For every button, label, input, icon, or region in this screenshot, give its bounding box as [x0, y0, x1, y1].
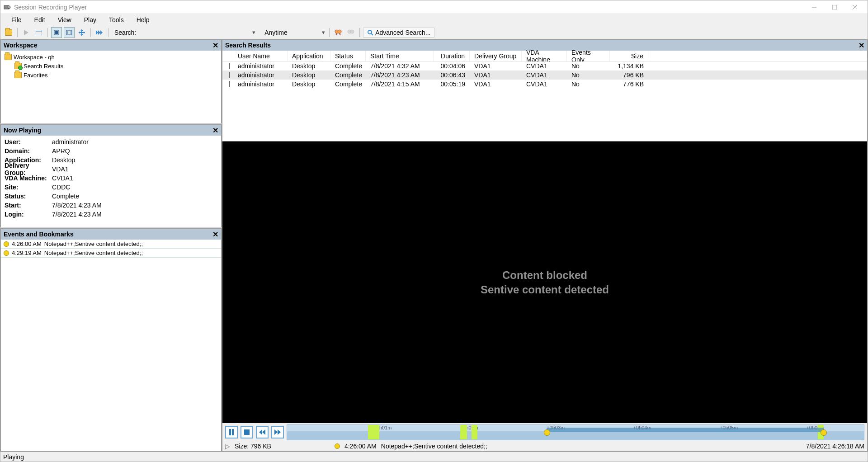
- workspace-tree: Workspace - qh Search Results Favorites: [1, 51, 221, 123]
- event-time: 4:26:00 AM: [12, 240, 42, 247]
- menu-help[interactable]: Help: [130, 14, 156, 25]
- time-filter-dropdown-icon[interactable]: ▾: [321, 29, 326, 36]
- np-row-user: User:administrator: [5, 137, 217, 146]
- workspace-close-icon[interactable]: ✕: [212, 41, 218, 50]
- menu-play[interactable]: Play: [78, 14, 103, 25]
- results-col-size[interactable]: Size: [610, 51, 648, 61]
- search-dropdown-icon[interactable]: ▾: [251, 29, 256, 36]
- pan-button[interactable]: [76, 27, 87, 38]
- svg-marker-22: [100, 30, 103, 35]
- results-row[interactable]: administrator Desktop Complete 7/8/2021 …: [222, 80, 867, 89]
- workspace-item-favorites[interactable]: Favorites: [4, 71, 218, 80]
- event-row[interactable]: 4:29:19 AM Notepad++;Sentive content det…: [1, 249, 221, 258]
- recording-icon: [229, 63, 230, 69]
- search-go-button[interactable]: [333, 27, 344, 38]
- timeline-playhead[interactable]: [544, 429, 550, 436]
- events-close-icon[interactable]: ✕: [212, 230, 218, 239]
- folder-icon: [14, 72, 22, 78]
- skip-forward-button[interactable]: [94, 27, 105, 38]
- toolbar-separator: [47, 28, 48, 37]
- menu-file[interactable]: File: [5, 14, 28, 25]
- svg-marker-20: [96, 30, 98, 35]
- advanced-search-icon: [367, 29, 373, 36]
- app-icon: [3, 3, 11, 11]
- search-clear-button[interactable]: [345, 27, 356, 38]
- search-results-title: Search Results: [225, 42, 271, 49]
- results-col-status[interactable]: Status: [330, 51, 366, 61]
- playback-controls: +0h01m +0h02m +0h03m +0h04m +0h05m +0h06…: [222, 423, 867, 441]
- folder-icon: [5, 54, 12, 60]
- size-text: Size: 796 KB: [235, 443, 271, 450]
- results-col-duration[interactable]: Duration: [434, 51, 470, 61]
- search-results-panel: Search Results ✕ User Name Application S…: [222, 39, 868, 141]
- menu-edit[interactable]: Edit: [28, 14, 52, 25]
- event-marker-icon: [335, 443, 340, 449]
- results-row[interactable]: administrator Desktop Complete 7/8/2021 …: [222, 71, 867, 80]
- blocked-message-line1: Content blocked: [502, 269, 587, 282]
- minimize-button[interactable]: [804, 1, 824, 14]
- results-col-user[interactable]: User Name: [233, 51, 288, 61]
- svg-marker-18: [79, 31, 80, 34]
- current-event-time: 4:26:00 AM: [344, 443, 377, 450]
- timeline[interactable]: +0h01m +0h02m +0h03m +0h04m +0h05m +0h06…: [287, 424, 864, 440]
- workspace-item-search-results[interactable]: Search Results: [4, 61, 218, 71]
- playback-area: Content blocked Sentive content detected…: [222, 141, 868, 452]
- timeline-event-marker: [368, 425, 380, 439]
- video-viewport: Content blocked Sentive content detected: [222, 141, 867, 423]
- results-col-start-time[interactable]: Start Time: [366, 51, 434, 61]
- svg-marker-34: [259, 429, 262, 435]
- events-title: Events and Bookmarks: [4, 231, 74, 238]
- current-event-text: Notepad++;Sentive content detected;;: [381, 443, 487, 450]
- search-input[interactable]: [141, 28, 249, 38]
- play-button[interactable]: [21, 27, 32, 38]
- svg-rect-3: [832, 5, 837, 9]
- svg-line-26: [340, 33, 340, 35]
- results-col-application[interactable]: Application: [288, 51, 330, 61]
- open-folder-button[interactable]: [3, 27, 14, 38]
- time-filter-dropdown[interactable]: Anytime: [264, 28, 319, 38]
- menu-view[interactable]: View: [52, 14, 78, 25]
- time-filter-label: Anytime: [264, 29, 288, 36]
- results-row[interactable]: administrator Desktop Complete 7/8/2021 …: [222, 61, 867, 71]
- screen-fit-button-2[interactable]: [64, 27, 75, 38]
- toolbar-separator: [329, 28, 330, 37]
- svg-point-29: [368, 30, 372, 34]
- fast-forward-button[interactable]: [271, 426, 284, 438]
- np-row-start: Start:7/8/2021 4:23 AM: [5, 201, 217, 210]
- pause-button[interactable]: [225, 426, 238, 438]
- search-results-close-icon[interactable]: ✕: [859, 41, 864, 50]
- svg-marker-17: [80, 34, 83, 36]
- svg-rect-7: [36, 30, 42, 35]
- results-col-icon: [222, 51, 233, 61]
- now-playing-close-icon[interactable]: ✕: [212, 126, 218, 135]
- svg-marker-37: [278, 429, 281, 435]
- screen-fit-button-1[interactable]: [51, 27, 62, 38]
- events-body: 4:26:00 AM Notepad++;Sentive content det…: [1, 240, 221, 451]
- results-col-vda-machine[interactable]: VDA Machine: [522, 51, 567, 61]
- event-row[interactable]: 4:26:00 AM Notepad++;Sentive content det…: [1, 240, 221, 249]
- advanced-search-button[interactable]: Advanced Search...: [363, 28, 434, 38]
- np-row-login: Login:7/8/2021 4:23 AM: [5, 210, 217, 219]
- workspace-item-label: Favorites: [24, 72, 47, 79]
- menubar: File Edit View Play Tools Help: [0, 14, 868, 26]
- advanced-search-label: Advanced Search...: [375, 29, 430, 36]
- maximize-button[interactable]: [824, 1, 844, 14]
- timeline-blocked-range: [547, 428, 823, 432]
- now-playing-body[interactable]: User:administrator Domain:APRQ Applicati…: [1, 136, 221, 227]
- rewind-button[interactable]: [256, 426, 269, 438]
- menu-tools[interactable]: Tools: [103, 14, 130, 25]
- svg-marker-6: [24, 30, 28, 35]
- svg-line-30: [371, 33, 373, 35]
- close-button[interactable]: [844, 1, 865, 14]
- workspace-root-item[interactable]: Workspace - qh: [4, 52, 218, 61]
- play-indicator-icon: ▷: [225, 443, 230, 450]
- svg-marker-21: [98, 30, 100, 35]
- event-text: Notepad++;Sentive content detected;;: [44, 250, 143, 256]
- blocked-message-line2: Sentive content detected: [481, 283, 609, 296]
- workspace-root-label: Workspace - qh: [14, 54, 55, 61]
- results-col-events-only[interactable]: Events Only: [567, 51, 610, 61]
- window-layout-button[interactable]: [33, 27, 44, 38]
- np-row-delivery-group: Delivery Group:VDA1: [5, 165, 217, 174]
- stop-button[interactable]: [241, 426, 253, 438]
- results-col-delivery-group[interactable]: Delivery Group: [470, 51, 522, 61]
